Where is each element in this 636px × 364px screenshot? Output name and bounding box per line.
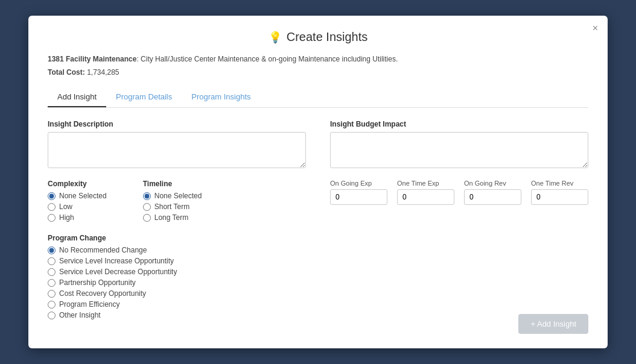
on-going-rev-label: On Going Rev	[464, 180, 521, 187]
complexity-option-0: None Selected	[48, 192, 107, 200]
timeline-label-1: Short Term	[154, 202, 189, 211]
program-info: 1381 Facility Maintenance: City Hall/Jus…	[48, 54, 588, 64]
program-change-label-2: Service Level Decrease Opportuntity	[59, 268, 177, 276]
program-change-label-1: Service Level Increase Opportuntity	[59, 257, 174, 265]
program-change-label-5: Program Efficiency	[59, 300, 119, 309]
program-change-option-1: Service Level Increase Opportuntity	[48, 257, 306, 265]
complexity-title: Complexity	[48, 180, 107, 188]
bulb-icon: 💡	[269, 31, 282, 44]
program-change-label-0: No Recommended Change	[59, 246, 147, 254]
program-change-option-3: Partnership Opportunity	[48, 278, 306, 287]
program-change-radio-0[interactable]	[48, 246, 56, 254]
complexity-group: Complexity None Selected Low High	[48, 180, 107, 224]
complexity-option-1: Low	[48, 202, 107, 211]
total-cost: Total Cost: 1,734,285	[48, 67, 588, 78]
program-change-radio-3[interactable]	[48, 279, 56, 287]
on-going-rev-input[interactable]	[464, 189, 521, 205]
insight-budget-input[interactable]	[330, 132, 588, 168]
form-right: Insight Budget Impact On Going Exp One T…	[330, 120, 588, 329]
program-change-label-4: Cost Recovery Opportunity	[59, 289, 146, 298]
program-change-option-2: Service Level Decrease Opportuntity	[48, 268, 306, 276]
program-change-label-6: Other Insight	[59, 311, 101, 319]
program-change-label-3: Partnership Opportunity	[59, 278, 136, 287]
program-change-option-0: No Recommended Change	[48, 246, 306, 254]
program-change-option-6: Other Insight	[48, 311, 306, 319]
one-time-rev-label: One Time Rev	[531, 180, 588, 187]
on-going-exp-field: On Going Exp	[330, 180, 387, 205]
timeline-option-0: None Selected	[143, 192, 202, 200]
program-change-title: Program Change	[48, 234, 306, 242]
program-change-radio-2[interactable]	[48, 268, 56, 276]
timeline-radio-2[interactable]	[143, 214, 151, 222]
budget-fields-row: On Going Exp One Time Exp On Going Rev O…	[330, 180, 588, 205]
timeline-option-2: Long Term	[143, 213, 202, 222]
on-going-exp-label: On Going Exp	[330, 180, 387, 187]
on-going-rev-field: On Going Rev	[464, 180, 521, 205]
on-going-exp-input[interactable]	[330, 189, 387, 205]
program-change-option-5: Program Efficiency	[48, 300, 306, 309]
complexity-radio-2[interactable]	[48, 214, 56, 222]
complexity-label-2: High	[59, 213, 74, 222]
complexity-label-0: None Selected	[59, 192, 107, 200]
one-time-exp-input[interactable]	[397, 189, 454, 205]
timeline-radio-1[interactable]	[143, 203, 151, 211]
add-insight-button[interactable]: + Add Insight	[518, 314, 588, 334]
insight-budget-group: Insight Budget Impact	[330, 120, 588, 170]
program-change-radio-6[interactable]	[48, 312, 56, 319]
form-layout: Insight Description Complexity None Sele…	[48, 120, 588, 329]
complexity-radio-1[interactable]	[48, 203, 56, 211]
form-left: Insight Description Complexity None Sele…	[48, 120, 306, 329]
close-button[interactable]: ×	[593, 23, 598, 34]
timeline-radio-0[interactable]	[143, 192, 151, 200]
timeline-group: Timeline None Selected Short Term Long T…	[143, 180, 202, 224]
tab-program-insights[interactable]: Program Insights	[182, 87, 260, 107]
modal-container: × 💡 Create Insights 1381 Facility Mainte…	[28, 16, 608, 348]
program-change-option-4: Cost Recovery Opportunity	[48, 289, 306, 298]
insight-description-label: Insight Description	[48, 120, 306, 128]
tab-add-insight[interactable]: Add Insight	[48, 87, 106, 107]
tab-bar: Add Insight Program Details Program Insi…	[48, 87, 588, 108]
program-change-radio-5[interactable]	[48, 301, 56, 309]
one-time-exp-field: One Time Exp	[397, 180, 454, 205]
complexity-label-1: Low	[59, 202, 72, 211]
timeline-title: Timeline	[143, 180, 202, 188]
timeline-label-2: Long Term	[154, 213, 188, 222]
insight-budget-label: Insight Budget Impact	[330, 120, 588, 128]
one-time-exp-label: One Time Exp	[397, 180, 454, 187]
timeline-label-0: None Selected	[154, 192, 202, 200]
insight-description-input[interactable]	[48, 132, 306, 168]
one-time-rev-field: One Time Rev	[531, 180, 588, 205]
program-change-radio-1[interactable]	[48, 257, 56, 265]
complexity-timeline-row: Complexity None Selected Low High	[48, 180, 306, 234]
tab-program-details[interactable]: Program Details	[106, 87, 182, 107]
complexity-radio-0[interactable]	[48, 192, 56, 200]
insight-description-group: Insight Description	[48, 120, 306, 170]
complexity-option-2: High	[48, 213, 107, 222]
one-time-rev-input[interactable]	[531, 189, 588, 205]
timeline-option-1: Short Term	[143, 202, 202, 211]
program-change-group: Program Change No Recommended Change Ser…	[48, 234, 306, 319]
modal-title: 💡 Create Insights	[48, 30, 588, 44]
program-change-radio-4[interactable]	[48, 290, 56, 298]
